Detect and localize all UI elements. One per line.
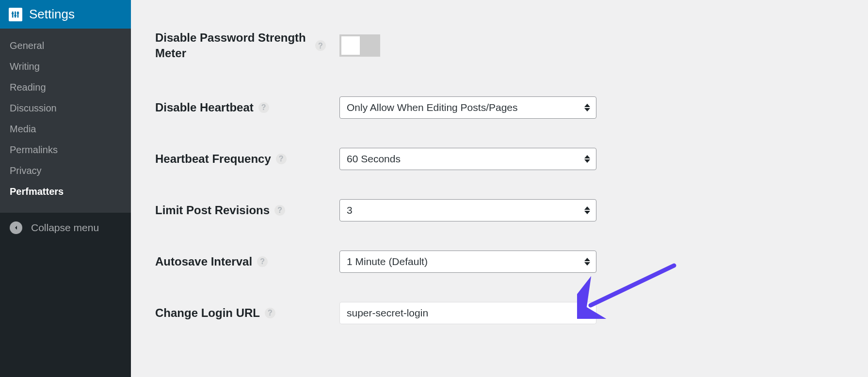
- row-autosave-interval: Autosave Interval ? 1 Minute (Default): [155, 251, 844, 273]
- settings-main: Disable Password Strength Meter ? Disabl…: [131, 0, 868, 377]
- help-icon[interactable]: ?: [257, 256, 268, 267]
- help-icon[interactable]: ?: [265, 308, 275, 318]
- submenu-item-privacy[interactable]: Privacy: [0, 160, 131, 181]
- select-value: 3: [347, 204, 353, 216]
- select-value: 60 Seconds: [347, 153, 401, 165]
- input-change-login-url[interactable]: [339, 302, 596, 324]
- toggle-knob: [341, 36, 360, 55]
- collapse-menu-button[interactable]: Collapse menu: [0, 213, 131, 243]
- submenu-item-media[interactable]: Media: [0, 119, 131, 140]
- svg-rect-3: [12, 13, 14, 14]
- select-heartbeat-frequency[interactable]: 60 Seconds: [339, 148, 596, 170]
- collapse-label: Collapse menu: [31, 222, 99, 234]
- collapse-icon: [10, 221, 22, 234]
- label-disable-heartbeat: Disable Heartbeat ?: [155, 100, 339, 115]
- help-icon[interactable]: ?: [315, 40, 326, 51]
- submenu-item-perfmatters[interactable]: Perfmatters: [0, 181, 131, 202]
- svg-rect-4: [14, 15, 16, 16]
- row-disable-heartbeat: Disable Heartbeat ? Only Allow When Edit…: [155, 96, 844, 119]
- sliders-icon: [9, 8, 22, 21]
- chevron-updown-icon: [584, 155, 590, 163]
- settings-sidebar: Settings General Writing Reading Discuss…: [0, 0, 131, 377]
- svg-rect-5: [17, 12, 19, 14]
- label-disable-password-strength: Disable Password Strength Meter ?: [155, 30, 339, 62]
- select-limit-post-revisions[interactable]: 3: [339, 199, 596, 221]
- sidebar-header-settings[interactable]: Settings: [0, 0, 131, 29]
- help-icon[interactable]: ?: [276, 154, 287, 164]
- row-limit-post-revisions: Limit Post Revisions ? 3: [155, 199, 844, 221]
- label-change-login-url: Change Login URL ?: [155, 305, 339, 321]
- toggle-disable-password-strength[interactable]: [339, 34, 380, 57]
- select-value: 1 Minute (Default): [347, 256, 428, 267]
- select-value: Only Allow When Editing Posts/Pages: [347, 102, 518, 113]
- help-icon[interactable]: ?: [274, 205, 285, 216]
- settings-submenu: General Writing Reading Discussion Media…: [0, 29, 131, 213]
- select-disable-heartbeat[interactable]: Only Allow When Editing Posts/Pages: [339, 96, 596, 119]
- label-autosave-interval: Autosave Interval ?: [155, 254, 339, 269]
- svg-rect-0: [12, 11, 14, 17]
- submenu-item-general[interactable]: General: [0, 35, 131, 56]
- chevron-updown-icon: [584, 206, 590, 214]
- label-heartbeat-frequency: Heartbeat Frequency ?: [155, 151, 339, 167]
- sidebar-header-title: Settings: [29, 7, 75, 22]
- submenu-item-discussion[interactable]: Discussion: [0, 98, 131, 119]
- row-heartbeat-frequency: Heartbeat Frequency ? 60 Seconds: [155, 148, 844, 170]
- submenu-item-permalinks[interactable]: Permalinks: [0, 140, 131, 160]
- select-autosave-interval[interactable]: 1 Minute (Default): [339, 251, 596, 273]
- submenu-item-reading[interactable]: Reading: [0, 77, 131, 98]
- chevron-updown-icon: [584, 104, 590, 111]
- svg-rect-1: [15, 11, 16, 17]
- row-change-login-url: Change Login URL ?: [155, 302, 844, 324]
- help-icon[interactable]: ?: [258, 102, 269, 113]
- chevron-updown-icon: [584, 258, 590, 266]
- label-limit-post-revisions: Limit Post Revisions ?: [155, 203, 339, 218]
- row-disable-password-strength: Disable Password Strength Meter ?: [155, 30, 844, 62]
- submenu-item-writing[interactable]: Writing: [0, 56, 131, 77]
